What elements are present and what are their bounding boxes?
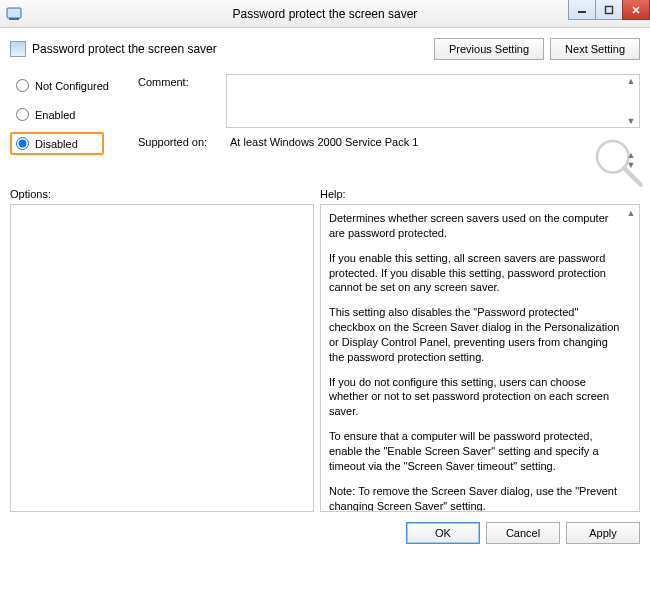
svg-rect-1	[9, 18, 19, 20]
policy-title: Password protect the screen saver	[32, 42, 217, 56]
svg-rect-0	[7, 8, 21, 18]
help-scroll-up-icon[interactable]: ▲	[624, 206, 638, 220]
dialog-footer: OK Cancel Apply	[10, 522, 640, 544]
app-icon	[6, 6, 22, 22]
previous-setting-button[interactable]: Previous Setting	[434, 38, 544, 60]
help-label: Help:	[320, 188, 640, 200]
radio-enabled[interactable]: Enabled	[10, 103, 138, 126]
policy-icon	[10, 41, 26, 57]
minimize-button[interactable]	[568, 0, 596, 20]
window-title: Password protect the screen saver	[0, 7, 650, 21]
supported-scroll-up-icon[interactable]: ▲	[624, 150, 638, 160]
ok-button[interactable]: OK	[406, 522, 480, 544]
svg-rect-3	[606, 6, 613, 13]
next-setting-button[interactable]: Next Setting	[550, 38, 640, 60]
help-paragraph: This setting also disables the "Password…	[329, 305, 623, 364]
help-pane: ▲ Determines whether screen savers used …	[320, 204, 640, 512]
help-paragraph: Note: To remove the Screen Saver dialog,…	[329, 484, 623, 512]
supported-scroll-down-icon[interactable]: ▼	[624, 160, 638, 170]
radio-enabled-label: Enabled	[35, 109, 75, 121]
help-paragraph: If you enable this setting, all screen s…	[329, 251, 623, 296]
radio-disabled-label: Disabled	[35, 138, 78, 150]
radio-not-configured[interactable]: Not Configured	[10, 74, 138, 97]
comment-scroll-down-icon[interactable]: ▼	[624, 114, 638, 128]
cancel-button[interactable]: Cancel	[486, 522, 560, 544]
radio-disabled-input[interactable]	[16, 137, 29, 150]
header-row: Password protect the screen saver Previo…	[10, 36, 640, 70]
comment-input[interactable]	[226, 74, 640, 128]
radio-not-configured-label: Not Configured	[35, 80, 109, 92]
supported-scroll: ▲ ▼	[624, 150, 638, 170]
options-pane	[10, 204, 314, 512]
comment-label: Comment:	[138, 74, 226, 88]
options-label: Options:	[10, 188, 320, 200]
help-paragraph: If you do not configure this setting, us…	[329, 375, 623, 420]
radio-disabled[interactable]: Disabled	[10, 132, 104, 155]
supported-on-label: Supported on:	[138, 134, 226, 148]
window-controls	[569, 0, 650, 20]
supported-on-value: At least Windows 2000 Service Pack 1	[226, 134, 640, 154]
state-radio-group: Not Configured Enabled Disabled	[10, 74, 138, 155]
titlebar: Password protect the screen saver	[0, 0, 650, 28]
setting-state-area: Not Configured Enabled Disabled Comment:…	[10, 74, 640, 166]
comment-scroll: ▲ ▼	[624, 74, 638, 128]
help-paragraph: Determines whether screen savers used on…	[329, 211, 623, 241]
apply-button[interactable]: Apply	[566, 522, 640, 544]
help-paragraph: To ensure that a computer will be passwo…	[329, 429, 623, 474]
radio-enabled-input[interactable]	[16, 108, 29, 121]
radio-not-configured-input[interactable]	[16, 79, 29, 92]
svg-line-7	[624, 168, 641, 185]
comment-scroll-up-icon[interactable]: ▲	[624, 74, 638, 88]
maximize-button[interactable]	[595, 0, 623, 20]
close-button[interactable]	[622, 0, 650, 20]
